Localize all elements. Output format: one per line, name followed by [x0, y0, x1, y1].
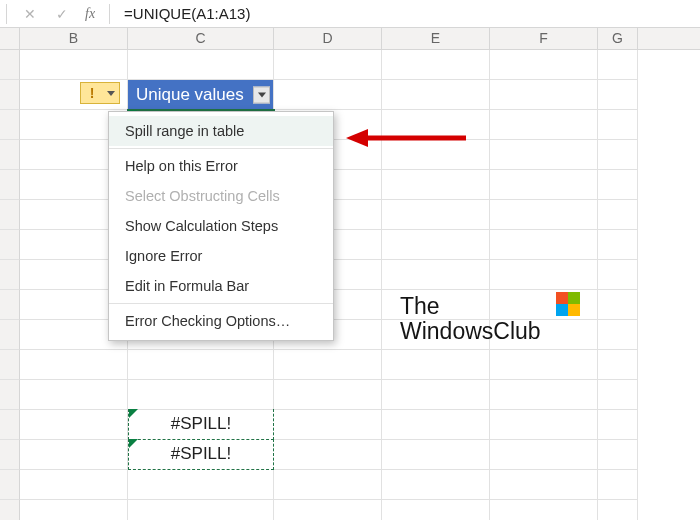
warning-icon: ! — [81, 82, 103, 104]
chevron-down-icon[interactable] — [103, 91, 119, 96]
windows-logo-icon — [556, 292, 580, 316]
confirm-icon[interactable]: ✓ — [53, 6, 71, 22]
menu-show-calculation-steps[interactable]: Show Calculation Steps — [109, 211, 333, 241]
menu-error-checking-options[interactable]: Error Checking Options… — [109, 306, 333, 336]
menu-help-on-error[interactable]: Help on this Error — [109, 151, 333, 181]
error-context-menu: Spill range in table Help on this Error … — [108, 111, 334, 341]
spill-cell[interactable]: #SPILL! — [128, 409, 274, 440]
col-header-E[interactable]: E — [382, 28, 490, 49]
col-header-D[interactable]: D — [274, 28, 382, 49]
svg-marker-1 — [346, 129, 368, 147]
spill-cell[interactable]: #SPILL! — [128, 439, 274, 470]
menu-select-obstructing-cells: Select Obstructing Cells — [109, 181, 333, 211]
col-header-F[interactable]: F — [490, 28, 598, 49]
col-header-C[interactable]: C — [128, 28, 274, 49]
formula-bar: ✕ ✓ fx =UNIQUE(A1:A13) — [0, 0, 700, 28]
grid: Unique values #SPILL! #SPILL! #SPILL! — [0, 50, 700, 520]
cell-value: #SPILL! — [171, 414, 232, 434]
col-header-G[interactable]: G — [598, 28, 638, 49]
cell-value: #SPILL! — [171, 444, 232, 464]
filter-dropdown-icon[interactable] — [253, 86, 270, 103]
formula-input[interactable]: =UNIQUE(A1:A13) — [124, 5, 694, 22]
table-header-cell[interactable]: Unique values — [128, 80, 274, 110]
annotation-arrow-icon — [346, 126, 466, 150]
error-indicator[interactable]: ! — [80, 82, 120, 104]
cancel-icon[interactable]: ✕ — [21, 6, 39, 22]
menu-ignore-error[interactable]: Ignore Error — [109, 241, 333, 271]
table-header-label: Unique values — [136, 85, 244, 105]
watermark-text: The WindowsClub — [400, 294, 541, 345]
menu-edit-in-formula-bar[interactable]: Edit in Formula Bar — [109, 271, 333, 301]
menu-spill-range-in-table[interactable]: Spill range in table — [109, 116, 333, 146]
col-header-B[interactable]: B — [20, 28, 128, 49]
fx-icon[interactable]: fx — [85, 6, 95, 22]
column-headers: B C D E F G — [0, 28, 700, 50]
